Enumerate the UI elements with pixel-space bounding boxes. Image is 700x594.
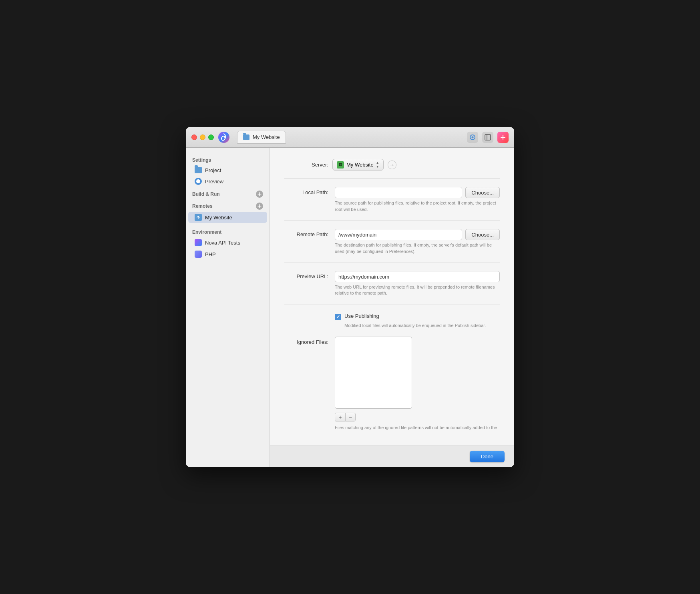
server-dropdown[interactable]: 🖥 My Website ▲ ▼ [332,159,384,171]
local-path-row: Local Path: Choose... The source path fo… [284,187,500,213]
dropdown-arrows-icon: ▲ ▼ [376,161,379,169]
titlebar-actions [467,132,509,143]
preview-url-label: Preview URL: [284,271,328,279]
sidebar-item-my-website[interactable]: My Website [188,212,267,223]
divider-1 [284,179,500,179]
remote-path-hint: The destination path for publishing file… [335,242,500,255]
sidebar-php-label: PHP [205,251,216,257]
sidebar: Settings Project Preview Build & Run [186,148,270,467]
add-tab-btn[interactable] [497,132,509,143]
minimize-button[interactable] [200,134,205,140]
php-icon [195,251,202,258]
nova-api-icon [195,239,202,246]
divider-3 [284,263,500,263]
sidebar-nova-label: Nova API Tests [205,240,240,246]
preview-url-row: Preview URL: The web URL for previewing … [284,271,500,297]
preview-icon-inner [196,179,200,183]
server-row: Server: 🖥 My Website ▲ ▼ → [284,159,500,171]
preview-url-hint: The web URL for previewing remote files.… [335,284,500,297]
sidebar-item-project[interactable]: Project [188,165,267,175]
local-path-content: Choose... The source path for publishing… [335,187,500,213]
ignored-files-btn-row: + − [335,413,500,421]
ignored-files-label: Ignored Files: [284,337,328,345]
sidebar-item-php[interactable]: PHP [188,249,267,260]
remotes-section: Remotes [186,199,270,211]
add-remote-btn[interactable] [256,203,263,210]
add-ignored-btn[interactable]: + [335,413,345,421]
svg-point-2 [472,136,474,138]
sidebar-item-nova-api[interactable]: Nova API Tests [188,237,267,248]
use-publishing-checkbox[interactable]: ✓ [335,314,341,320]
titlebar: My Website [186,127,514,148]
add-build-run-btn[interactable] [256,191,263,198]
svg-rect-3 [485,134,491,140]
remove-ignored-btn[interactable]: − [345,413,356,421]
remotes-label: Remotes [192,203,213,209]
preview-icon [195,178,202,185]
navigate-arrow-btn[interactable]: → [388,161,396,169]
remote-path-row: Remote Path: Choose... The destination p… [284,229,500,255]
app-icon [218,131,230,143]
build-run-section: Build & Run [186,187,270,199]
close-button[interactable] [191,134,197,140]
tab-label: My Website [253,134,280,140]
remote-path-choose-btn[interactable]: Choose... [465,229,500,240]
ignored-files-textarea[interactable] [335,337,412,409]
remote-path-input-row: Choose... [335,229,500,240]
preview-icon-btn[interactable] [467,132,478,143]
remote-path-input[interactable] [335,229,462,240]
build-run-label: Build & Run [192,191,220,197]
use-publishing-label: Use Publishing [344,313,379,319]
local-path-input[interactable] [335,187,462,198]
divider-2 [284,221,500,221]
sidebar-project-label: Project [205,167,221,173]
footer: Done [270,446,514,467]
sidebar-my-website-label: My Website [205,215,232,221]
traffic-lights [191,134,214,140]
tab-my-website[interactable]: My Website [237,131,286,144]
sidebar-item-preview[interactable]: Preview [188,176,267,187]
remote-path-label: Remote Path: [284,229,328,237]
ignored-files-row: Ignored Files: + − Files matching any of… [284,337,500,431]
window: My Website [186,127,514,467]
ignored-files-content: + − Files matching any of the ignored fi… [335,337,500,431]
done-button[interactable]: Done [470,451,505,462]
local-path-label: Local Path: [284,187,328,195]
tab-area: My Website [237,131,463,144]
server-label: Server: [284,162,328,168]
content-panel: Server: 🖥 My Website ▲ ▼ → Local Path: [270,148,514,467]
upload-icon [195,214,202,221]
use-publishing-section: ✓ Use Publishing Modified local files wi… [335,313,500,329]
main-area: Settings Project Preview Build & Run [186,148,514,467]
ignored-files-hint: Files matching any of the ignored file p… [335,425,500,431]
server-icon: 🖥 [337,161,344,169]
local-path-input-row: Choose... [335,187,500,198]
content-inner: Server: 🖥 My Website ▲ ▼ → Local Path: [270,148,514,445]
local-path-choose-btn[interactable]: Choose... [465,187,500,198]
remote-path-content: Choose... The destination path for publi… [335,229,500,255]
preview-url-input[interactable] [335,271,500,282]
sidebar-preview-label: Preview [205,179,223,185]
environment-section-label: Environment [186,226,270,237]
use-publishing-row: ✓ Use Publishing [335,313,500,320]
checkbox-check-icon: ✓ [336,314,340,319]
tab-folder-icon [243,134,249,140]
settings-section-label: Settings [186,154,270,165]
use-publishing-hint: Modified local files will automatically … [344,323,500,329]
server-name: My Website [346,162,374,168]
divider-4 [284,305,500,305]
project-folder-icon [195,167,202,173]
local-path-hint: The source path for publishing files, re… [335,200,500,213]
maximize-button[interactable] [208,134,214,140]
panel-icon-btn[interactable] [482,132,493,143]
preview-url-content: The web URL for previewing remote files.… [335,271,500,297]
